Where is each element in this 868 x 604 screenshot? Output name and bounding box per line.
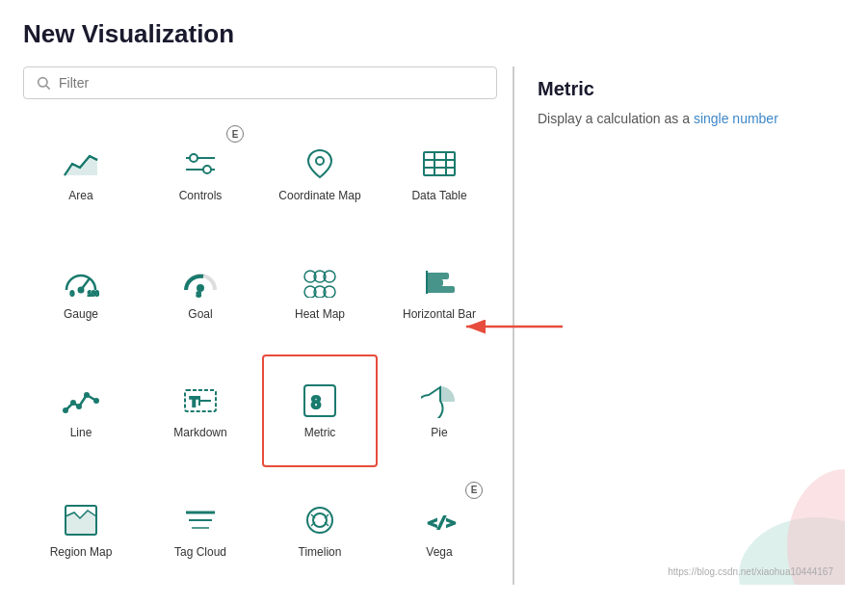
- page-title: New Visualization: [23, 19, 845, 49]
- filter-input[interactable]: [59, 75, 485, 91]
- svg-point-5: [190, 154, 197, 162]
- watermark: https://blog.csdn.net/xiaohua10444167: [668, 566, 833, 577]
- svg-text:8: 8: [197, 290, 201, 298]
- svg-text:0: 0: [70, 290, 74, 297]
- svg-text:8: 8: [311, 393, 321, 412]
- viz-item-timelion[interactable]: Timelion: [262, 475, 378, 586]
- svg-point-30: [71, 401, 75, 405]
- viz-item-label-data-table: Data Table: [411, 189, 466, 202]
- horizontal-bar-icon: [420, 263, 459, 302]
- svg-text:T: T: [190, 394, 198, 409]
- coordinate-map-icon: [301, 144, 339, 183]
- svg-point-29: [64, 408, 67, 412]
- svg-rect-28: [427, 287, 454, 292]
- markdown-icon: T: [181, 381, 220, 420]
- desc-text-2: single number: [694, 111, 778, 126]
- viz-item-label-vega: Vega: [426, 545, 452, 559]
- viz-item-label-controls: Controls: [179, 189, 223, 202]
- viz-item-label-region-map: Region Map: [50, 545, 113, 559]
- svg-rect-8: [424, 152, 455, 175]
- svg-point-14: [79, 287, 84, 292]
- search-bar[interactable]: [23, 66, 497, 99]
- viz-item-heat-map[interactable]: Heat Map: [262, 237, 378, 348]
- svg-point-45: [313, 513, 327, 527]
- viz-item-goal[interactable]: 8 Goal: [143, 237, 258, 348]
- metric-panel-description: Display a calculation as a single number: [538, 110, 822, 129]
- viz-item-label-timelion: Timelion: [299, 545, 342, 559]
- viz-item-label-goal: Goal: [188, 307, 212, 321]
- viz-item-label-pie: Pie: [431, 426, 447, 439]
- arrow-indicator: [457, 315, 572, 338]
- viz-item-label-line: Line: [70, 426, 92, 439]
- viz-item-data-table[interactable]: Data Table: [381, 118, 497, 229]
- svg-point-6: [203, 166, 211, 173]
- viz-item-area[interactable]: Area: [23, 118, 139, 229]
- svg-text:</>: </>: [428, 513, 456, 532]
- heat-map-icon: [301, 263, 339, 302]
- viz-item-label-markdown: Markdown: [173, 426, 226, 439]
- pie-icon: [420, 381, 459, 420]
- viz-item-tag-cloud[interactable]: Tag Cloud: [143, 475, 258, 586]
- svg-point-44: [307, 508, 332, 533]
- svg-rect-26: [427, 274, 448, 278]
- search-icon: [36, 75, 51, 91]
- area-icon: [62, 144, 100, 183]
- content-area: AreaE Controls Coordinate Map Data Table…: [23, 66, 845, 585]
- decorative-shapes: [652, 392, 845, 585]
- data-table-icon: [420, 144, 459, 183]
- badge-controls: E: [226, 125, 244, 143]
- viz-item-region-map[interactable]: Region Map: [23, 475, 139, 586]
- left-panel: AreaE Controls Coordinate Map Data Table…: [23, 66, 514, 585]
- viz-item-gauge[interactable]: 0 100 Gauge: [23, 237, 139, 348]
- right-panel: Metric Display a calculation as a single…: [514, 66, 845, 585]
- timelion-icon: [301, 501, 339, 539]
- viz-item-coordinate-map[interactable]: Coordinate Map: [262, 118, 378, 229]
- svg-point-33: [94, 399, 98, 403]
- svg-point-7: [316, 157, 324, 165]
- page: New Visualization AreaE Controls Coordin…: [0, 0, 868, 604]
- goal-icon: 8: [181, 263, 220, 302]
- svg-text:100: 100: [88, 290, 99, 297]
- viz-item-label-area: Area: [68, 189, 92, 202]
- viz-item-label-coordinate-map: Coordinate Map: [278, 189, 360, 202]
- line-icon: [62, 381, 100, 420]
- viz-item-pie[interactable]: Pie: [381, 355, 497, 467]
- desc-text-1: Display a calculation as a: [538, 111, 694, 126]
- tag-cloud-icon: [181, 501, 220, 539]
- viz-item-controls[interactable]: E Controls: [143, 118, 258, 229]
- metric-icon: 8: [301, 381, 339, 420]
- vega-icon: </>: [420, 501, 459, 539]
- region-map-icon: [62, 501, 100, 539]
- viz-item-label-tag-cloud: Tag Cloud: [174, 545, 226, 559]
- viz-item-label-metric: Metric: [304, 426, 336, 439]
- viz-grid: AreaE Controls Coordinate Map Data Table…: [23, 118, 497, 585]
- metric-panel-title: Metric: [538, 78, 822, 100]
- gauge-icon: 0 100: [62, 263, 100, 302]
- svg-line-1: [46, 86, 50, 90]
- viz-item-label-heat-map: Heat Map: [295, 307, 345, 321]
- svg-rect-27: [427, 280, 442, 285]
- viz-item-label-gauge: Gauge: [64, 307, 98, 321]
- viz-item-vega[interactable]: E </> Vega: [381, 475, 497, 586]
- svg-point-31: [77, 405, 81, 408]
- viz-item-line[interactable]: Line: [23, 355, 139, 467]
- viz-item-metric[interactable]: 8 Metric: [262, 355, 378, 467]
- svg-point-0: [39, 78, 47, 87]
- badge-vega: E: [465, 482, 483, 499]
- viz-item-markdown[interactable]: T Markdown: [143, 355, 258, 467]
- svg-point-32: [85, 393, 89, 397]
- controls-icon: [181, 144, 220, 183]
